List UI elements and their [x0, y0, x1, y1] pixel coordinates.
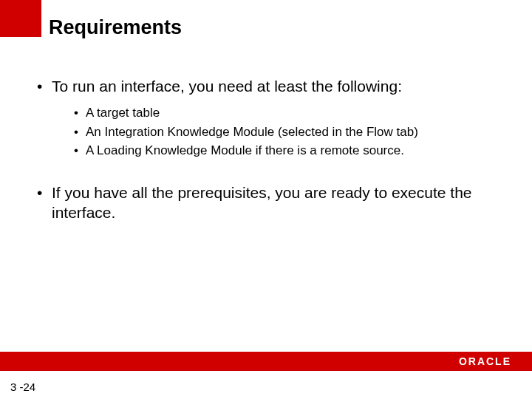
- slide-title: Requirements: [41, 0, 182, 39]
- bullet-sub: A target table: [74, 103, 502, 123]
- bullet-main: If you have all the prerequisites, you a…: [37, 183, 502, 223]
- bullet-sub: An Integration Knowledge Module (selecte…: [74, 123, 502, 142]
- footer-bar: ORACLE: [0, 352, 532, 371]
- accent-block: [0, 0, 41, 37]
- slide-number: 3 -24: [10, 381, 35, 393]
- bullet-sub: A Loading Knowledge Module if there is a…: [74, 141, 502, 160]
- sub-bullet-list: A target table An Integration Knowledge …: [37, 103, 502, 160]
- slide-header: Requirements: [0, 0, 532, 39]
- bullet-main: To run an interface, you need at least t…: [37, 76, 502, 96]
- oracle-logo: ORACLE: [459, 355, 511, 367]
- slide-content: To run an interface, you need at least t…: [0, 39, 532, 222]
